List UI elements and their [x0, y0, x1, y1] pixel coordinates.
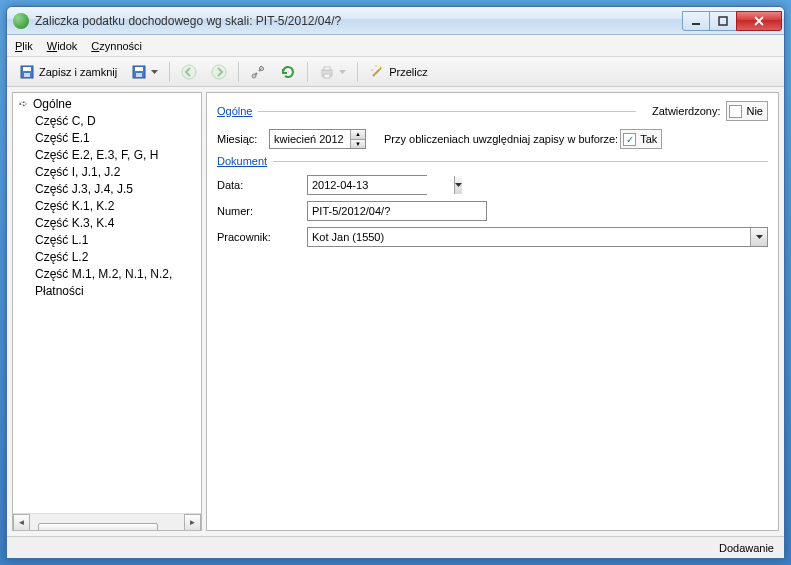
chevron-down-icon: [339, 70, 346, 74]
save-close-label: Zapisz i zamknij: [39, 66, 117, 78]
scroll-right-button[interactable]: ►: [184, 514, 201, 531]
svg-rect-13: [324, 74, 330, 78]
svg-rect-0: [692, 23, 700, 25]
svg-rect-6: [135, 67, 143, 71]
number-row: Numer:: [217, 201, 768, 221]
nav-back-button[interactable]: [175, 60, 203, 84]
approved-checkbox[interactable]: Nie: [726, 101, 768, 121]
svg-rect-3: [23, 67, 31, 71]
recalc-button[interactable]: Przelicz: [363, 60, 434, 84]
app-window: Zaliczka podatku dochodowego wg skali: P…: [6, 6, 785, 559]
spinner-down-icon[interactable]: ▼: [351, 140, 365, 149]
svg-point-9: [212, 65, 226, 79]
month-spinner[interactable]: ▲ ▼: [269, 129, 366, 149]
worker-label: Pracownik:: [217, 231, 307, 243]
date-label: Data:: [217, 179, 307, 191]
section-document-header: Dokument: [217, 155, 768, 167]
tree-item[interactable]: Część E.1: [17, 129, 199, 146]
checkbox-icon: ✓: [623, 133, 636, 146]
worker-input[interactable]: [308, 228, 750, 246]
approved-value: Nie: [746, 105, 763, 117]
tree-item[interactable]: Część J.3, J.4, J.5: [17, 180, 199, 197]
printer-icon: [319, 64, 335, 80]
svg-point-10: [252, 74, 256, 78]
toolbar: Zapisz i zamknij: [7, 57, 784, 87]
save-close-button[interactable]: Zapisz i zamknij: [13, 60, 123, 84]
number-label: Numer:: [217, 205, 307, 217]
chevron-down-icon: [151, 70, 158, 74]
svg-rect-12: [324, 67, 330, 70]
worker-row: Pracownik:: [217, 227, 768, 247]
section-tree[interactable]: ➪ Ogólne Część C, D Część E.1 Część E.2,…: [13, 93, 201, 513]
spinner-up-icon[interactable]: ▲: [351, 130, 365, 140]
tree-root[interactable]: ➪ Ogólne: [17, 95, 199, 112]
svg-point-8: [182, 65, 196, 79]
scroll-thumb[interactable]: [38, 523, 158, 531]
date-picker[interactable]: [307, 175, 427, 195]
menu-file[interactable]: Plik: [15, 40, 33, 52]
maximize-button[interactable]: [709, 11, 737, 31]
tools-button[interactable]: [244, 60, 272, 84]
buffer-value: Tak: [640, 133, 657, 145]
buffer-label: Przy obliczeniach uwzględniaj zapisy w b…: [384, 133, 618, 145]
wand-icon: [369, 64, 385, 80]
svg-rect-4: [24, 73, 30, 77]
recalc-label: Przelicz: [389, 66, 428, 78]
number-input[interactable]: [307, 201, 487, 221]
svg-point-14: [371, 69, 373, 71]
tree-item[interactable]: Część M.1, M.2, N.1, N.2,: [17, 265, 199, 282]
tree-item[interactable]: Część K.3, K.4: [17, 214, 199, 231]
arrow-left-icon: [181, 64, 197, 80]
scroll-left-button[interactable]: ◄: [13, 514, 30, 531]
horizontal-scrollbar[interactable]: ◄ ►: [13, 513, 201, 530]
chevron-down-icon[interactable]: [750, 228, 767, 246]
tools-icon: [250, 64, 266, 80]
separator: [307, 62, 308, 82]
app-icon: [13, 13, 29, 29]
sidebar: ➪ Ogólne Część C, D Część E.1 Część E.2,…: [12, 92, 202, 531]
section-general-link[interactable]: Ogólne: [217, 105, 252, 117]
window-title: Zaliczka podatku dochodowego wg skali: P…: [35, 14, 683, 28]
tree-item[interactable]: Płatności: [17, 282, 199, 299]
checkbox-icon: [729, 105, 742, 118]
month-input[interactable]: [270, 130, 350, 148]
floppy-icon: [19, 64, 35, 80]
buffer-checkbox[interactable]: ✓ Tak: [620, 129, 662, 149]
tree-item[interactable]: Część K.1, K.2: [17, 197, 199, 214]
tree-item[interactable]: Część L.1: [17, 231, 199, 248]
section-general-header: Ogólne Zatwierdzony: Nie: [217, 101, 768, 121]
refresh-button[interactable]: [274, 60, 302, 84]
date-row: Data:: [217, 175, 768, 195]
section-document-link[interactable]: Dokument: [217, 155, 267, 167]
tree-item[interactable]: Część C, D: [17, 112, 199, 129]
month-row: Miesiąc: ▲ ▼ Przy obliczeniach uwzględni…: [217, 129, 768, 149]
separator: [357, 62, 358, 82]
expand-icon[interactable]: ➪: [19, 98, 33, 109]
save-button[interactable]: [125, 60, 164, 84]
content-area: ➪ Ogólne Część C, D Część E.1 Część E.2,…: [7, 87, 784, 536]
refresh-icon: [280, 64, 296, 80]
status-mode: Dodawanie: [719, 542, 774, 554]
main-panel: Ogólne Zatwierdzony: Nie Miesiąc: ▲ ▼: [206, 92, 779, 531]
statusbar: Dodawanie: [7, 536, 784, 558]
titlebar[interactable]: Zaliczka podatku dochodowego wg skali: P…: [7, 7, 784, 35]
minimize-button[interactable]: [682, 11, 710, 31]
arrow-right-icon: [211, 64, 227, 80]
menu-view[interactable]: Widok: [47, 40, 78, 52]
close-button[interactable]: [736, 11, 782, 31]
separator: [169, 62, 170, 82]
tree-root-label: Ogólne: [33, 97, 72, 111]
nav-forward-button[interactable]: [205, 60, 233, 84]
tree-item[interactable]: Część E.2, E.3, F, G, H: [17, 146, 199, 163]
svg-point-15: [375, 65, 377, 67]
floppy-icon: [131, 64, 147, 80]
chevron-down-icon[interactable]: [454, 176, 462, 194]
approved-label: Zatwierdzony:: [652, 105, 720, 117]
tree-item[interactable]: Część I, J.1, J.2: [17, 163, 199, 180]
date-input[interactable]: [308, 176, 454, 194]
worker-select[interactable]: [307, 227, 768, 247]
menu-actions[interactable]: Czynności: [91, 40, 142, 52]
tree-item[interactable]: Część L.2: [17, 248, 199, 265]
svg-rect-1: [719, 17, 727, 25]
print-button[interactable]: [313, 60, 352, 84]
